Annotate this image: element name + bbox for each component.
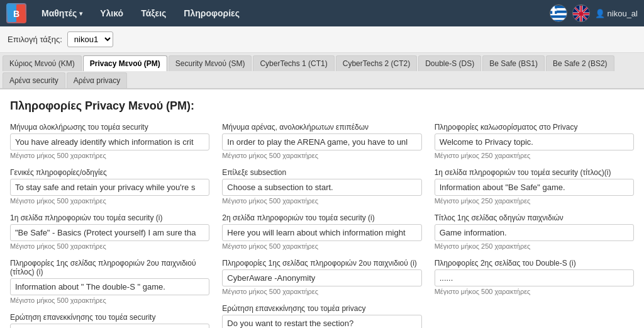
field-label: Ερώτηση επανεκκίνησης του τομέα security [10,313,209,322]
field-input[interactable] [10,224,209,241]
field-input[interactable] [435,224,634,241]
tab-km[interactable]: Κύριος Μενού (KM) [3,55,82,71]
field-label: Πληροφορίες 1ης σελίδας πληροφοριών 2ου … [222,259,421,268]
tab-bs2[interactable]: Be Safe 2 (BS2) [546,55,614,71]
field-label: Πληροφορίες 1ης σελίδας πληροφοριών 2ου … [10,259,209,276]
field-maxlen: Μέγιστο μήκος 500 χαρακτήρες [10,242,209,250]
field-input[interactable] [222,269,421,286]
field-input[interactable] [435,179,634,196]
field-maxlen: Μέγιστο μήκος 500 χαρακτήρες [10,297,209,304]
field-input[interactable] [10,133,209,150]
field-label: Ερώτηση επανεκκίνησης του τομέα privacy [222,304,421,313]
field-restart-security: Ερώτηση επανεκκίνησης του τομέα security… [10,313,209,328]
field-maxlen: Μέγιστο μήκος 500 χαρακτήρες [10,152,209,159]
field-maxlen: Μέγιστο μήκος 250 χαρακτήρες [435,152,634,159]
field-guide-title: Τίτλος 1ης σελίδας οδηγών παιχνιδιών Μέγ… [435,213,634,250]
field-maxlen: Μέγιστο μήκος 250 χαρακτήρες [435,197,634,205]
field-game2-info: Πληροφορίες 1ης σελίδας πληροφοριών 2ου … [222,259,421,295]
field-label: Γενικές πληροφορίες/οδηγίες [10,168,209,177]
field-label: 2η σελίδα πληροφοριών του τομέα security… [222,213,421,222]
field-maxlen: Μέγιστο μήκος 500 χαρακτήρες [222,197,421,205]
field-security-page1: 1η σελίδα πληροφοριών του τομέα security… [10,213,209,250]
dropdown-arrow-icon: ▾ [79,10,82,17]
field-subsection-choice: Επίλεξε subsection Μέγιστο μήκος 500 χαρ… [222,168,421,205]
field-input[interactable] [435,269,634,286]
user-icon: 👤 [595,9,605,18]
field-maxlen: Μέγιστο μήκος 500 χαρακτήρες [435,288,634,295]
field-label: Πληροφορίες 2ης σελίδας του Double-S (i) [435,259,634,268]
field-label: Τίτλος 1ης σελίδας οδηγών παιχνιδιών [435,213,634,222]
tab-ds[interactable]: Double-S (DS) [418,55,481,71]
form-column-2: Μήνυμα αρένας, ανολοκλήρωτων επιπέδων Μέ… [222,123,421,328]
svg-rect-13 [550,9,557,11]
field-input[interactable] [222,133,421,150]
field-security-page2: 2η σελίδα πληροφοριών του τομέα security… [222,213,421,250]
field-input[interactable] [222,224,421,241]
tab-pm[interactable]: Privacy Μενού (PM) [83,55,167,71]
tab-arena-security[interactable]: Αρένα security [3,72,65,88]
field-maxlen: Μέγιστο μήκος 500 χαρακτήρες [222,152,421,159]
field-input[interactable] [10,179,209,196]
field-label: 1η σελίδα πληροφοριών του τομέα security… [10,213,209,222]
tab-sm[interactable]: Security Μενού (SM) [169,55,252,71]
navbar-right: 👤 nikou_al [550,4,638,22]
field-security-completion: Μήνυμα ολοκλήρωσης του τομέα security Μέ… [10,123,209,159]
field-label: Μήνυμα ολοκλήρωσης του τομέα security [10,123,209,132]
tab-bs1[interactable]: Be Safe (BS1) [482,55,545,71]
svg-rect-10 [550,20,567,22]
field-game2-info-title: Πληροφορίες 1ης σελίδας πληροφοριών 2ου … [10,259,209,304]
field-input[interactable] [10,324,209,328]
form-column-3: Πληροφορίες καλωσορίσματος στο Privacy Μ… [435,123,634,328]
field-input[interactable] [222,179,421,196]
section-title: Πληροφορίες Privacy Μενού (PM): [10,99,634,113]
form-column-1: Μήνυμα ολοκλήρωσης του τομέα security Μέ… [10,123,209,328]
user-info[interactable]: 👤 nikou_al [595,9,638,18]
nav-classes[interactable]: Τάξεις [132,0,175,26]
field-general-info: Γενικές πληροφορίες/οδηγίες Μέγιστο μήκο… [10,168,209,205]
field-label: Μήνυμα αρένας, ανολοκλήρωτων επιπέδων [222,123,421,132]
field-maxlen: Μέγιστο μήκος 500 χαρακτήρες [10,197,209,205]
class-select-dropdown[interactable]: nikou1 [67,31,113,47]
field-input[interactable] [10,278,209,295]
svg-rect-8 [550,16,567,18]
field-maxlen: Μέγιστο μήκος 250 χαρακτήρες [435,242,634,250]
field-security-title: 1η σελίδα πληροφοριών του τομέα security… [435,168,634,205]
tab-ct2[interactable]: CyberTechs 2 (CT2) [336,55,417,71]
field-input[interactable] [222,315,421,328]
field-maxlen: Μέγιστο μήκος 500 χαρακτήρες [222,242,421,250]
svg-text:B: B [13,9,19,19]
field-label: Πληροφορίες καλωσορίσματος στο Privacy [435,123,634,132]
class-select-label: Επιλογή τάξης: [8,35,62,44]
class-select-bar: Επιλογή τάξης: nikou1 [0,26,644,53]
form-grid: Μήνυμα ολοκλήρωσης του τομέα security Μέ… [10,123,634,328]
tab-arena-privacy[interactable]: Αρένα privacy [67,72,127,88]
field-label: Επίλεξε subsection [222,168,421,177]
tabs-bar: Κύριος Μενού (KM) Privacy Μενού (PM) Sec… [0,53,644,89]
nav-info[interactable]: Πληροφορίες [175,0,248,26]
app-logo: B [6,3,26,23]
nav-menu: Μαθητές ▾ Υλικό Τάξεις Πληροφορίες [33,0,550,26]
field-doubles-page2: Πληροφορίες 2ης σελίδας του Double-S (i)… [435,259,634,295]
tab-ct1[interactable]: CyberTechs 1 (CT1) [253,55,334,71]
field-maxlen: Μέγιστο μήκος 500 χαρακτήρες [222,288,421,295]
flag-greek[interactable] [550,4,567,22]
main-content: Πληροφορίες Privacy Μενού (PM): Μήνυμα ο… [0,89,644,328]
field-privacy-welcome: Πληροφορίες καλωσορίσματος στο Privacy Μ… [435,123,634,159]
svg-rect-9 [550,18,567,20]
field-restart-privacy: Ερώτηση επανεκκίνησης του τομέα privacy … [222,304,421,328]
field-input[interactable] [435,133,634,150]
field-label: 1η σελίδα πληροφοριών του τομέα security… [435,168,634,177]
nav-material[interactable]: Υλικό [91,0,132,26]
nav-students[interactable]: Μαθητές ▾ [33,0,91,26]
flag-uk[interactable] [572,4,590,22]
field-arena-incomplete: Μήνυμα αρένας, ανολοκλήρωτων επιπέδων Μέ… [222,123,421,159]
navbar: B Μαθητές ▾ Υλικό Τάξεις Πληροφορίες [0,0,644,26]
